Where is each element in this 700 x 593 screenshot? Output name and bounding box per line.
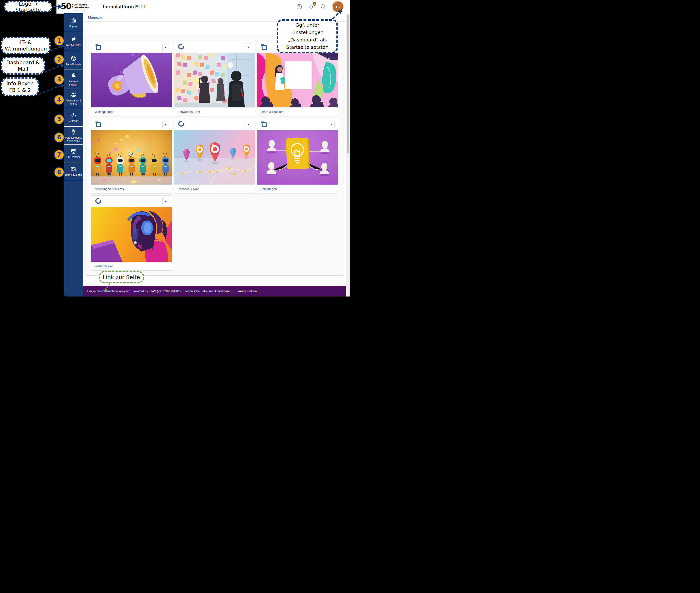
- committee-icon: [71, 112, 77, 118]
- card-actions-dropdown[interactable]: [162, 121, 169, 128]
- footer-link[interactable]: · Barriere melden: [234, 289, 257, 293]
- card-actions-dropdown[interactable]: [328, 121, 335, 128]
- avatar[interactable]: TU: [332, 1, 344, 13]
- card-title[interactable]: Abteilungen & Teams: [91, 185, 172, 191]
- sidebar-item-label: Abteilungen & Teams: [64, 99, 83, 105]
- help-icon[interactable]: [296, 4, 302, 10]
- university-logo[interactable]: 50 Hochschule Bremerhaven 1975 - 2025: [61, 2, 89, 11]
- card-grid: Wichtige Infos Schwarzes Brett Lehre & S…: [91, 41, 338, 271]
- headphones-illustration: [91, 207, 172, 262]
- sidebar-item-mein-bereich[interactable]: Mein Bereich: [64, 51, 83, 70]
- megaphone-illustration: [91, 53, 172, 108]
- sidebar-item-wichtige-infos[interactable]: Wichtige Infos: [64, 32, 83, 51]
- sidebar-item-lehre-studium[interactable]: Lehre & Studium: [64, 70, 83, 89]
- sidebar: Magazin Wichtige Infos Mein Bereich Lehr…: [64, 13, 83, 296]
- chevron-down-icon: [330, 124, 333, 125]
- notifications-bell-icon[interactable]: 1: [308, 4, 314, 10]
- callout-logo-startseite: Logo → Startseite: [4, 1, 52, 12]
- sidebar-item-hs-systeme[interactable]: HS-Systeme: [64, 145, 83, 162]
- sidebar-item-label: Lehre & Studium: [64, 80, 83, 86]
- logo-name-line1: Hochschule: [71, 3, 89, 6]
- people-group-icon: [71, 92, 77, 98]
- folder-icon: [95, 120, 102, 128]
- sidebar-item-vertretungen-beauftragte[interactable]: Vertretungen & Beauftragte: [64, 127, 83, 145]
- header-actions: 1 TU: [296, 1, 344, 13]
- sidebar-item-label: Gremien: [69, 119, 78, 122]
- card-title[interactable]: Lehre & Studium: [257, 108, 338, 114]
- globe-people-icon: [71, 129, 77, 135]
- bank-icon: [71, 17, 77, 24]
- page-title: Lernplattform ELLI: [103, 4, 146, 9]
- sidebar-item-label: Wichtige Infos: [66, 44, 81, 47]
- logo-years: 1975 - 2025: [71, 9, 89, 11]
- footer-link[interactable]: Link in Zwischenablage kopieren: [87, 289, 130, 293]
- card-weiterbildung[interactable]: Weiterbildung: [91, 195, 172, 271]
- notification-badge: 1: [312, 2, 317, 6]
- card-actions-dropdown[interactable]: [162, 44, 169, 51]
- footer-link[interactable]: Technische Betreuung kontaktieren: [185, 289, 231, 293]
- sidebar-item-abteilungen-teams[interactable]: Abteilungen & Teams: [64, 89, 83, 108]
- chevron-down-icon: [247, 124, 250, 125]
- folder-icon: [95, 43, 102, 50]
- card-wichtige-infos[interactable]: Wichtige Infos: [91, 41, 172, 116]
- repository-panel: Wichtige Infos Schwarzes Brett Lehre & S…: [85, 35, 344, 276]
- footer-text: powered by ILIAS (v9.8 2025-04-01) ·: [133, 289, 182, 293]
- chevron-down-icon: [164, 47, 167, 48]
- folder-icon: [260, 43, 267, 50]
- card-title[interactable]: Anleitungen: [257, 185, 338, 191]
- annotation-number-5: 5: [54, 114, 64, 124]
- card-header: [91, 41, 172, 53]
- scrollbar-thumb[interactable]: [347, 15, 349, 153]
- map-pins-illustration: [174, 130, 255, 185]
- lightbulb-illustration: [257, 130, 338, 185]
- logo-50: 50: [61, 2, 71, 10]
- sidebar-item-label: Vertretungen & Beauftragte: [64, 136, 83, 142]
- link-icon: [178, 120, 185, 128]
- sidebar-item-magazin[interactable]: Magazin: [64, 13, 83, 32]
- annotation-number-2: 2: [54, 54, 64, 65]
- callout-line: Ggf. unter: [295, 22, 319, 29]
- card-actions-dropdown[interactable]: [245, 121, 252, 128]
- callout-settings-dashboard: Ggf. unterEinstellungen„Dashboard“ alsSt…: [277, 19, 338, 53]
- presentation-illustration: [257, 53, 338, 108]
- smiley-icon: [71, 55, 77, 62]
- sticky-notes-photo: [174, 53, 255, 108]
- card-anleitungen[interactable]: Anleitungen: [257, 118, 338, 193]
- annotation-number-7: 7: [54, 150, 64, 160]
- callout-line: Warnmeldungen: [5, 45, 47, 52]
- card-title[interactable]: Weiterbildung: [91, 262, 172, 268]
- callout-line: IT- &: [20, 39, 32, 45]
- link-icon: [95, 198, 102, 205]
- search-icon[interactable]: [320, 4, 326, 10]
- breadcrumb[interactable]: Magazin: [88, 15, 102, 19]
- folder-icon: [260, 120, 267, 128]
- card-actions-dropdown[interactable]: [245, 44, 252, 51]
- callout-link-zur-seite: Link zur Seite: [99, 271, 144, 283]
- sidebar-item-hilfe-support[interactable]: Hilfe & Support: [64, 162, 83, 180]
- sidebar-item-label: Mein Bereich: [66, 63, 81, 66]
- annotation-number-3: 3: [54, 75, 64, 84]
- callout-dashboard-mail: Dashboard &Mail: [1, 57, 45, 75]
- callout-line: FB 1 & 2: [9, 87, 31, 93]
- sidebar-item-label: Hilfe & Support: [65, 173, 82, 176]
- card-header: [174, 41, 255, 53]
- card-title[interactable]: Schwarzes Brett: [174, 108, 255, 114]
- card-hochschul-navi[interactable]: Hochschul-Navi: [174, 118, 255, 193]
- callout-line: Startseite setzten: [286, 44, 329, 51]
- callout-it-warnmeldungen: IT- &Warnmeldungen: [1, 37, 50, 54]
- card-abteilungen-teams[interactable]: Abteilungen & Teams: [91, 118, 172, 193]
- scrollbar[interactable]: [346, 13, 350, 296]
- callout-line: Mail: [18, 66, 28, 72]
- callout-infoboxen: Info-BoxenFB 1 & 2: [1, 77, 39, 96]
- annotation-number-6: 6: [54, 132, 64, 143]
- callout-line: Info-Boxen: [6, 80, 34, 87]
- card-title[interactable]: Wichtige Infos: [91, 108, 172, 114]
- page: 50 Hochschule Bremerhaven 1975 - 2025 Le…: [0, 0, 350, 296]
- card-title[interactable]: Hochschul-Navi: [174, 185, 255, 191]
- robots-illustration: [91, 130, 172, 185]
- sidebar-item-label: HS-Systeme: [67, 156, 80, 159]
- sidebar-item-gremien[interactable]: Gremien: [64, 108, 83, 127]
- card-header: [91, 118, 172, 130]
- card-actions-dropdown[interactable]: [162, 198, 169, 205]
- card-schwarzes-brett[interactable]: Schwarzes Brett: [174, 41, 255, 116]
